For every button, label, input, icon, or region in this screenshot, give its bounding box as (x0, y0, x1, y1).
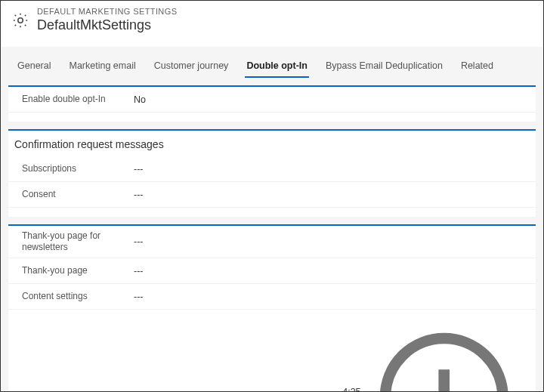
tab-double-opt-in[interactable]: Double opt-In (237, 54, 317, 77)
tab-marketing-email[interactable]: Marketing email (60, 54, 144, 77)
clock-icon[interactable] (361, 314, 527, 392)
label-thankyou: Thank-you page (22, 265, 134, 276)
row-enable-double-opt-in: Enable double opt-In No (8, 87, 536, 113)
panel-enable: Enable double opt-In No (8, 85, 536, 122)
label-enable: Enable double opt-In (22, 94, 134, 105)
header-text: DEFAULT MARKETING SETTINGS DefaultMktSet… (37, 7, 177, 33)
panel-thankyou: Thank-you page for newsletters --- Thank… (8, 224, 536, 392)
page-header: DEFAULT MARKETING SETTINGS DefaultMktSet… (1, 1, 543, 47)
row-subscriptions: Subscriptions --- (8, 156, 536, 182)
row-consent: Consent --- (8, 182, 536, 208)
value-thankyou-news[interactable]: --- (134, 236, 144, 247)
tabbar-wrap: General Marketing email Customer journey… (1, 47, 543, 392)
label-consent: Consent (22, 189, 134, 200)
svg-point-0 (18, 18, 23, 23)
label-subscriptions: Subscriptions (22, 163, 134, 174)
value-consent[interactable]: --- (134, 190, 144, 200)
tabbar: General Marketing email Customer journey… (1, 54, 543, 78)
page-title: DefaultMktSettings (37, 17, 177, 33)
value-subscriptions[interactable]: --- (134, 164, 144, 174)
panel-confirmation: Confirmation request messages Subscripti… (8, 129, 536, 217)
tab-related[interactable]: Related (452, 54, 502, 77)
row-thankyou-page: Thank-you page --- (8, 258, 536, 284)
section-title-confirmation: Confirmation request messages (8, 131, 536, 156)
row-modified-on: Modified on 9/15/2018 4:25 PM (8, 310, 536, 392)
label-thankyou-news: Thank-you page for newsletters (22, 230, 134, 253)
value-content[interactable]: --- (134, 292, 144, 302)
row-thankyou-newsletters: Thank-you page for newsletters --- (8, 226, 536, 258)
value-enable[interactable]: No (134, 94, 146, 105)
value-thankyou[interactable]: --- (134, 266, 144, 276)
value-modified-time: 4:25 PM (342, 387, 360, 392)
tab-bypass-dedup[interactable]: Bypass Email Deduplication (317, 54, 452, 77)
page-body: Enable double opt-In No Confirmation req… (1, 78, 543, 392)
modified-datetime: 9/15/2018 4:25 PM (129, 314, 530, 392)
settings-frame: DEFAULT MARKETING SETTINGS DefaultMktSet… (0, 0, 544, 392)
gear-icon (11, 11, 29, 29)
row-content-settings: Content settings --- (8, 284, 536, 310)
breadcrumb: DEFAULT MARKETING SETTINGS (37, 7, 177, 16)
tab-general[interactable]: General (8, 54, 60, 77)
tab-customer-journey[interactable]: Customer journey (145, 54, 238, 77)
label-content: Content settings (22, 291, 134, 302)
